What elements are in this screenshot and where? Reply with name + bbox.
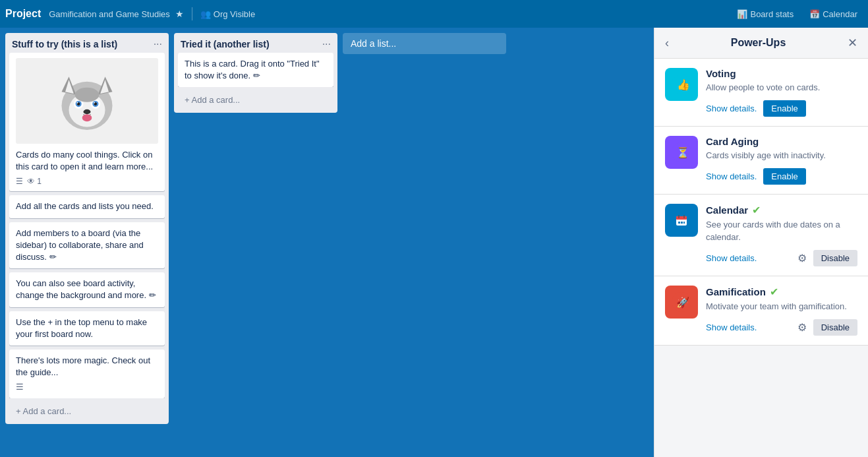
voting-name: Voting	[706, 68, 736, 79]
svg-point-12	[76, 102, 78, 104]
powerup-calendar: Calendar ✔ See your cards with due dates…	[654, 195, 868, 276]
add-card-btn-2[interactable]: + Add a card...	[178, 90, 333, 110]
svg-rect-27	[681, 222, 683, 224]
gamification-check-icon: ✔	[770, 286, 778, 298]
star-icon[interactable]: ★	[175, 9, 184, 19]
chart-icon: 📊	[737, 9, 747, 19]
gamification-show-details[interactable]: Show details.	[706, 322, 757, 332]
svg-point-14	[84, 109, 91, 114]
powerups-panel: ‹ Power-Ups ✕ 👍 Voting Allow people to v…	[654, 28, 868, 457]
powerup-voting: 👍 Voting Allow people to vote on cards. …	[654, 59, 868, 127]
visibility-label: Org Visible	[214, 9, 255, 19]
card-list-badge: ☰	[16, 177, 23, 186]
card-6-icon: ☰	[16, 381, 158, 393]
calendar-show-details[interactable]: Show details.	[706, 253, 757, 263]
list-2-title: Tried it (another list)	[181, 39, 270, 49]
list-1-header: Stuff to try (this is a list) ···	[5, 33, 169, 53]
gamification-icon: 🚀	[665, 286, 698, 319]
voting-enable-button[interactable]: Enable	[763, 100, 805, 117]
gamification-name: Gamification	[706, 286, 766, 297]
board-stats-button[interactable]: 📊 Board stats	[732, 7, 799, 22]
calendar-label: Calendar	[823, 9, 857, 19]
aging-name: Card Aging	[706, 136, 759, 147]
svg-point-13	[94, 102, 95, 104]
card-2[interactable]: Add all the cards and lists you need.	[9, 195, 165, 218]
card-5[interactable]: Use the + in the top menu to make your f…	[9, 311, 165, 346]
visibility-icon: 👥	[200, 9, 211, 19]
list-2-menu-icon[interactable]: ···	[322, 38, 331, 50]
panel-back-icon[interactable]: ‹	[665, 36, 669, 50]
calendar-pu-name: Calendar	[706, 204, 748, 216]
calendar-actions: Show details. ⚙ Disable	[706, 250, 857, 266]
add-list-button[interactable]: Add a list...	[343, 33, 506, 54]
calendar-header-icon: 📅	[809, 9, 820, 19]
list-1-title: Stuff to try (this is a list)	[12, 39, 117, 49]
panel-close-icon[interactable]: ✕	[848, 36, 857, 50]
voting-desc: Allow people to vote on cards.	[706, 82, 857, 94]
powerup-gamification: 🚀 Gamification ✔ Motivate your team with…	[654, 276, 868, 346]
project-title: Project	[5, 8, 41, 20]
panel-title: Power-Ups	[731, 37, 786, 49]
list-2-cards: This is a card. Drag it onto "Tried It" …	[174, 53, 337, 87]
add-list-label: Add a list...	[351, 38, 396, 49]
aging-content: Card Aging Cards visibly age with inacti…	[706, 136, 857, 185]
header: Project Gamification and Game Studies ★ …	[0, 0, 868, 28]
panel-header: ‹ Power-Ups ✕	[654, 28, 868, 59]
card-7[interactable]: This is a card. Drag it onto "Tried It" …	[178, 53, 333, 87]
card-3[interactable]: Add members to a board (via the sidebar)…	[9, 222, 165, 269]
aging-show-details[interactable]: Show details.	[706, 171, 757, 181]
gamification-actions: Show details. ⚙ Disable	[706, 319, 857, 336]
calendar-gear-icon[interactable]: ⚙	[797, 252, 807, 264]
svg-text:⏳: ⏳	[676, 146, 689, 159]
main-layout: Stuff to try (this is a list) ···	[0, 28, 868, 457]
powerup-card-aging: ⏳ Card Aging Cards visibly age with inac…	[654, 127, 868, 195]
board-area: Stuff to try (this is a list) ···	[0, 28, 654, 457]
card-eye-badge: 👁 1	[27, 177, 42, 186]
add-card-btn-1[interactable]: + Add a card...	[9, 401, 165, 421]
calendar-desc: See your cards with due dates on a calen…	[706, 219, 857, 243]
voting-icon: 👍	[665, 68, 698, 101]
lists-container: Stuff to try (this is a list) ···	[0, 28, 654, 457]
svg-point-16	[75, 88, 100, 102]
svg-text:🚀: 🚀	[676, 296, 689, 309]
gamification-gear-icon[interactable]: ⚙	[797, 321, 807, 334]
list-2-header: Tried it (another list) ···	[174, 33, 337, 53]
list-1-cards: Cards do many cool things. Click on this…	[5, 53, 169, 398]
svg-rect-26	[678, 222, 680, 224]
svg-point-15	[82, 114, 92, 121]
aging-enable-button[interactable]: Enable	[763, 168, 805, 185]
board-stats-label: Board stats	[750, 9, 794, 19]
gamification-content: Gamification ✔ Motivate your team with g…	[706, 286, 857, 336]
calendar-icon	[665, 204, 698, 237]
calendar-content: Calendar ✔ See your cards with due dates…	[706, 204, 857, 266]
card-4[interactable]: You can also see board activity, change …	[9, 272, 165, 307]
list-1: Stuff to try (this is a list) ···	[5, 33, 169, 424]
card-1-text: Cards do many cool things. Click on this…	[16, 149, 158, 173]
voting-content: Voting Allow people to vote on cards. Sh…	[706, 68, 857, 117]
svg-rect-23	[676, 216, 687, 220]
aging-actions: Show details. Enable	[706, 168, 857, 185]
calendar-button[interactable]: 📅 Calendar	[804, 7, 863, 22]
calendar-check-icon: ✔	[752, 204, 761, 216]
list-2: Tried it (another list) ··· This is a ca…	[174, 33, 337, 113]
list-1-menu-icon[interactable]: ···	[154, 38, 162, 50]
visibility-button[interactable]: 👥 Org Visible	[200, 9, 255, 19]
voting-actions: Show details. Enable	[706, 100, 857, 117]
svg-rect-28	[683, 222, 685, 224]
aging-icon: ⏳	[665, 136, 698, 169]
aging-desc: Cards visibly age with inactivity.	[706, 150, 857, 162]
card-1-badges: ☰ 👁 1	[16, 177, 158, 186]
card-6[interactable]: There's lots more magic. Check out the g…	[9, 350, 165, 399]
board-name: Gamification and Game Studies	[49, 9, 170, 19]
voting-show-details[interactable]: Show details.	[706, 104, 757, 113]
gamification-desc: Motivate your team with gamification.	[706, 301, 857, 313]
gamification-disable-button[interactable]: Disable	[813, 319, 857, 336]
header-divider	[192, 7, 192, 20]
card-1[interactable]: Cards do many cool things. Click on this…	[9, 53, 165, 191]
svg-text:👍: 👍	[677, 78, 690, 91]
calendar-disable-button[interactable]: Disable	[813, 250, 857, 266]
card-1-image	[16, 58, 158, 144]
